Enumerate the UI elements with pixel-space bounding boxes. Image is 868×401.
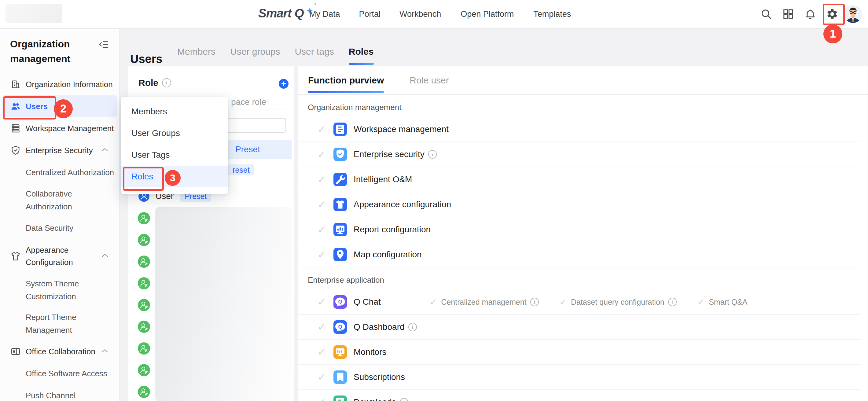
permission-row-q-dashboard[interactable]: ✓QQ Dashboardi: [298, 315, 860, 340]
check-icon: ✓: [317, 346, 332, 358]
role-member-avatar-icon: [138, 299, 150, 311]
tab-label: Members: [177, 47, 215, 57]
top-nav-item-workbench[interactable]: Workbench: [400, 9, 441, 19]
tab-members[interactable]: Members: [177, 47, 215, 65]
apps-grid-icon[interactable]: [782, 8, 794, 20]
permission-row-monitors[interactable]: ✓Monitors: [298, 340, 860, 365]
annotation-step-2: 2: [54, 99, 73, 118]
scrollbar-track[interactable]: [867, 66, 867, 401]
organization-information-icon: [10, 79, 21, 90]
tab-role-user[interactable]: Role user: [409, 75, 449, 93]
sidebar-subitem-push-channel[interactable]: Push Channel: [0, 384, 119, 401]
chevron-up-icon[interactable]: [101, 349, 108, 353]
sidebar-item-organization-information[interactable]: Organization Information: [0, 73, 119, 95]
permission-row-appearance-configuration[interactable]: ✓Appearance configuration: [298, 192, 860, 217]
gear-icon[interactable]: [826, 8, 838, 20]
subscriptions-icon: [334, 370, 347, 384]
check-icon: ✓: [317, 224, 332, 235]
sidebar-subitem-data-security[interactable]: Data Security: [0, 217, 119, 239]
role-member-avatar-icon: [138, 320, 150, 333]
sidebar-item-label: Organization Information: [26, 78, 117, 90]
preset-badge: reset: [228, 164, 254, 176]
sidebar-item-office-collaboration[interactable]: Office Collaboration: [0, 340, 119, 363]
menu-item-user-tags[interactable]: User Tags: [121, 144, 228, 166]
menu-item-label: Members: [131, 107, 167, 117]
sub-permission-label: Dataset query configuration: [571, 298, 664, 307]
tab-user-tags[interactable]: User tags: [294, 47, 334, 65]
info-icon[interactable]: i: [162, 78, 171, 87]
permission-row-map-configuration[interactable]: ✓Map configuration: [298, 242, 860, 268]
monitors-icon: [334, 345, 347, 359]
info-icon[interactable]: i: [400, 398, 408, 401]
map-configuration-icon: [334, 248, 347, 261]
sidebar-item-label: Appearance Configuration: [26, 244, 87, 268]
sidebar-subitem-report-theme-management[interactable]: Report Theme Management: [0, 307, 119, 340]
check-icon: ✓: [317, 174, 332, 185]
permission-label: Q Chat: [353, 297, 381, 307]
sub-permission-dataset-query-configuration[interactable]: ✓Dataset query configurationi: [560, 297, 677, 307]
appearance-configuration-icon: [334, 198, 347, 211]
top-nav-item-templates[interactable]: Templates: [533, 9, 571, 19]
sub-permission-centralized-management[interactable]: ✓Centralized managementi: [430, 297, 539, 307]
tab-function-purview[interactable]: Function purview: [308, 75, 384, 93]
svg-text:Q: Q: [338, 324, 342, 330]
check-icon: ✓: [560, 297, 567, 307]
permission-row-enterprise-security[interactable]: ✓Enterprise securityi: [298, 142, 860, 167]
permission-row-subscriptions[interactable]: ✓Subscriptions: [298, 365, 860, 390]
sidebar-subitem-label: Push Channel: [26, 389, 117, 401]
collapse-sidebar-icon[interactable]: [99, 39, 109, 50]
permission-row-report-configuration[interactable]: ✓Report configuration: [298, 217, 860, 242]
chevron-up-icon[interactable]: [101, 253, 108, 258]
top-bar: Smart Q ✦ ✦ My DataPortalWorkbenchOpen P…: [0, 0, 868, 29]
role-member-list: [138, 212, 150, 401]
sub-permissions: ✓Centralized managementi✓Dataset query c…: [430, 297, 768, 307]
top-nav-item-portal[interactable]: Portal: [359, 9, 381, 19]
search-icon[interactable]: [760, 8, 772, 20]
info-icon[interactable]: i: [530, 298, 539, 306]
info-icon[interactable]: i: [428, 150, 437, 159]
sidebar-subitem-label: Data Security: [26, 222, 117, 235]
add-role-button[interactable]: +: [279, 79, 288, 89]
permission-row-q-chat[interactable]: ✓QQ Chat✓Centralized managementi✓Dataset…: [298, 290, 860, 315]
workspace-role-tab-fragment[interactable]: pace role: [231, 97, 266, 107]
check-icon: ✓: [698, 297, 705, 307]
tab-roles[interactable]: Roles: [349, 47, 374, 65]
q-dashboard-icon: Q: [334, 320, 347, 334]
sidebar-subitem-office-software-access[interactable]: Office Software Access: [0, 363, 119, 384]
sidebar-item-enterprise-security[interactable]: Enterprise Security: [0, 140, 119, 161]
sidebar-subitem-system-theme-customization[interactable]: System Theme Customization: [0, 273, 119, 307]
sub-permission-smart-q-a[interactable]: ✓Smart Q&A: [698, 297, 748, 307]
permission-label: Map configuration: [353, 250, 422, 259]
sidebar-item-appearance-configuration[interactable]: Appearance Configuration: [0, 239, 119, 273]
permission-label: Appearance configuration: [353, 199, 451, 209]
bell-icon[interactable]: [804, 8, 816, 20]
check-icon: ✓: [430, 297, 437, 307]
check-icon: ✓: [317, 123, 332, 135]
permission-label: Monitors: [353, 347, 386, 357]
permission-row-workspace-management[interactable]: ✓Workspace management: [298, 117, 860, 142]
purview-tabs: Function purviewRole user: [308, 75, 449, 93]
info-icon[interactable]: i: [668, 298, 677, 306]
menu-item-user-groups[interactable]: User Groups: [121, 122, 228, 144]
menu-item-members[interactable]: Members: [121, 100, 228, 122]
svg-text:Q: Q: [338, 299, 342, 305]
user-avatar[interactable]: [844, 5, 862, 23]
office-collaboration-icon: [10, 346, 21, 357]
permission-label: Report configuration: [353, 225, 431, 235]
smartq-logo: Smart Q ✦ ✦: [258, 6, 304, 20]
page-title: Users: [130, 53, 163, 66]
role-member-avatar-icon: [138, 212, 150, 224]
top-nav-item-open-platform[interactable]: Open Platform: [461, 9, 514, 19]
purview-body: Organization management✓Workspace manage…: [298, 95, 860, 401]
sidebar-subitem-centralized-authorization[interactable]: Centralized Authorization: [0, 161, 119, 183]
role-member-avatar-icon: [138, 234, 150, 246]
top-nav-item-my-data[interactable]: My Data: [309, 9, 340, 19]
chevron-up-icon[interactable]: [101, 148, 108, 152]
info-icon[interactable]: i: [408, 323, 417, 331]
sidebar-item-workspace-management[interactable]: Workspace Management: [0, 117, 119, 140]
sidebar-subitem-collaborative-authorization[interactable]: Collaborative Authorization: [0, 183, 119, 217]
tab-label: Role user: [409, 75, 449, 85]
permission-row-intelligent-o-m[interactable]: ✓Intelligent O&M: [298, 167, 860, 192]
permission-row-downloads[interactable]: ✓Downloadsi: [298, 390, 860, 401]
tab-user-groups[interactable]: User groups: [230, 47, 280, 65]
